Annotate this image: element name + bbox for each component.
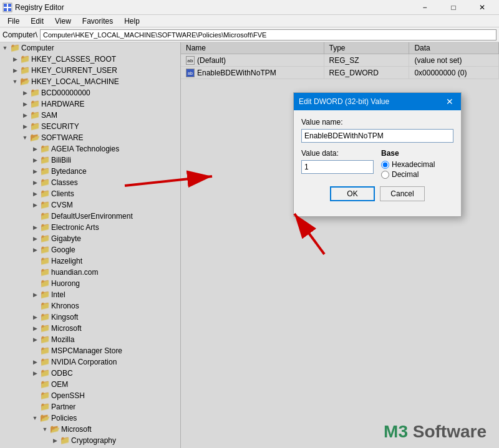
hexadecimal-label: Hexadecimal	[392, 160, 435, 169]
value-name-label: Value name:	[301, 118, 453, 126]
menu-edit[interactable]: Edit	[26, 16, 49, 27]
value-data-col: Value data:	[301, 149, 374, 180]
main-layout: ▼ Computer ▶ HKEY_CLASSES_ROOT ▶ HKEY_CU…	[0, 42, 499, 448]
value-data-label: Value data:	[301, 149, 374, 158]
regedit-icon	[2, 2, 12, 12]
base-col: Base Hexadecimal Decimal	[381, 149, 453, 180]
app-title: Registry Editor	[15, 3, 64, 12]
address-bar: Computer\	[0, 27, 499, 42]
modal-overlay: Edit DWORD (32-bit) Value ✕ Value name: …	[0, 42, 499, 448]
dialog-title-bar: Edit DWORD (32-bit) Value ✕	[294, 93, 461, 110]
maximize-button[interactable]: □	[439, 0, 468, 15]
menu-favorites[interactable]: Favorites	[77, 16, 118, 27]
svg-rect-1	[4, 4, 7, 7]
decimal-radio-row: Decimal	[381, 170, 453, 179]
value-data-input[interactable]	[301, 160, 374, 174]
title-bar: Registry Editor − □ ✕	[0, 0, 499, 15]
dialog-value-row: Value data: Base Hexadecimal Decimal	[301, 149, 453, 180]
dialog-body: Value name: Value data: Base Hexadecimal	[294, 110, 461, 216]
address-input[interactable]	[40, 29, 497, 41]
title-bar-left: Registry Editor	[2, 2, 64, 12]
decimal-label: Decimal	[392, 170, 419, 179]
base-label: Base	[381, 149, 453, 158]
ok-button[interactable]: OK	[330, 186, 375, 201]
menu-help[interactable]: Help	[119, 16, 145, 27]
hexadecimal-radio[interactable]	[381, 161, 389, 169]
menu-file[interactable]: File	[2, 16, 24, 27]
menu-view[interactable]: View	[50, 16, 76, 27]
dialog-title: Edit DWORD (32-bit) Value	[299, 97, 389, 106]
menu-bar: File Edit View Favorites Help	[0, 15, 499, 27]
close-button[interactable]: ✕	[468, 0, 497, 15]
dialog-close-button[interactable]: ✕	[443, 95, 456, 108]
hexadecimal-radio-row: Hexadecimal	[381, 160, 453, 169]
dialog-buttons: OK Cancel	[301, 186, 453, 209]
address-label: Computer\	[2, 31, 37, 39]
window-controls[interactable]: − □ ✕	[410, 0, 497, 15]
minimize-button[interactable]: −	[410, 0, 439, 15]
value-name-input[interactable]	[301, 129, 453, 143]
svg-rect-3	[4, 8, 7, 11]
decimal-radio[interactable]	[381, 171, 389, 179]
svg-rect-4	[8, 8, 11, 11]
edit-dword-dialog: Edit DWORD (32-bit) Value ✕ Value name: …	[293, 92, 462, 217]
cancel-button[interactable]: Cancel	[380, 186, 425, 201]
svg-rect-2	[8, 4, 11, 7]
